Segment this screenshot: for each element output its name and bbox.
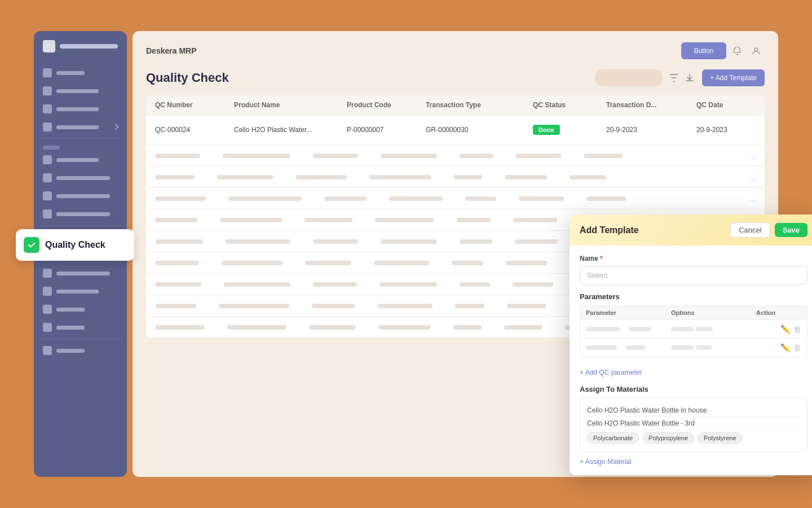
sidebar-icon-4 [43, 122, 52, 132]
mrp-label [43, 146, 60, 150]
skel [226, 239, 290, 244]
assign-material-link[interactable]: + Assign Material [580, 458, 632, 466]
sidebar-icon-11 [43, 269, 52, 278]
skel [155, 196, 206, 201]
page-header: Quality Check + Add Template [146, 69, 765, 86]
add-template-button[interactable]: + Add Template [702, 69, 765, 86]
modal-body: Name * Select Parameters Parameter Optio… [570, 246, 812, 475]
sidebar-item-3[interactable] [39, 101, 121, 117]
assign-materials-section: Assign To Materials Cello H2O Plastic Wa… [580, 385, 807, 466]
param-edit-button-2[interactable]: ✏️ [780, 343, 790, 352]
sidebar-label-5 [56, 158, 99, 162]
param-edit-button-1[interactable]: ✏️ [780, 325, 790, 334]
skel [375, 218, 434, 222]
skel [381, 239, 437, 244]
cell-qc-date: 20-9-2023 [696, 126, 765, 134]
sidebar-item-11[interactable] [39, 265, 121, 281]
cell-product-code: P-00000007 [347, 126, 426, 134]
sidebar-item-7[interactable] [39, 188, 121, 204]
skel [155, 154, 200, 158]
assign-tag-polycarbonate: Polycarbonate [587, 432, 639, 444]
skel [586, 196, 626, 201]
params-table-header: Parameter Options Action [580, 305, 807, 320]
skel [222, 261, 283, 265]
assign-tags: Polycarbonate Polypropylene Polystyrene [587, 430, 800, 446]
cell-transaction-type: GR-00000030 [426, 126, 533, 134]
search-bar[interactable] [595, 69, 663, 86]
param-delete-button-1[interactable]: 🗑 [793, 325, 801, 334]
add-qc-param-link[interactable]: + Add QC parameter [580, 369, 642, 376]
skel [155, 282, 201, 287]
sidebar-item-4[interactable] [39, 119, 121, 135]
sidebar-label-14 [56, 326, 85, 330]
filter-button[interactable] [666, 70, 682, 86]
skel-dots: ... [749, 151, 756, 160]
user-button[interactable] [748, 42, 765, 59]
topbar: Deskera MRP Button [146, 42, 765, 59]
status-badge: Done [533, 125, 560, 135]
sidebar-item-5[interactable] [39, 152, 121, 168]
skel [513, 282, 553, 287]
sidebar-item-settings[interactable] [39, 343, 121, 358]
sidebar-item-1[interactable] [39, 65, 121, 81]
skel [378, 304, 433, 308]
quality-check-highlight[interactable]: Quality Check [16, 229, 134, 261]
gear-icon [43, 346, 52, 355]
skel [228, 196, 302, 201]
name-select[interactable]: Select [580, 266, 807, 284]
skel [305, 261, 351, 265]
modal-save-button[interactable]: Save [775, 223, 807, 237]
sidebar-item-12[interactable] [39, 283, 121, 299]
skeleton-row-2: ... [146, 167, 765, 188]
modal-cancel-button[interactable]: Cancel [730, 222, 770, 238]
sidebar-icon-13 [43, 305, 52, 314]
param-skel [586, 327, 620, 331]
skel [155, 325, 205, 330]
col-qc-status: QC Status [533, 101, 606, 109]
sidebar-item-2[interactable] [39, 83, 121, 99]
skel-dots: ... [749, 194, 756, 203]
sidebar-section-mrp [39, 142, 121, 151]
assign-label: Assign To Materials [580, 385, 807, 393]
skel [513, 218, 557, 222]
skel [507, 304, 546, 308]
skel [465, 196, 496, 201]
sidebar-item-6[interactable] [39, 170, 121, 186]
skel [374, 261, 429, 265]
skel [155, 175, 195, 179]
chevron-icon-4 [112, 124, 118, 130]
topbar-button[interactable]: Button [681, 42, 726, 59]
skel [309, 325, 356, 330]
sidebar-label-1 [56, 71, 85, 75]
param-skel [586, 345, 617, 350]
skel [304, 218, 352, 222]
sidebar-item-14[interactable] [39, 319, 121, 335]
param-delete-button-2[interactable]: 🗑 [793, 343, 801, 352]
sidebar-label-8 [56, 212, 110, 216]
sidebar-item-8[interactable] [39, 206, 121, 222]
sidebar-icon-12 [43, 287, 52, 296]
skel [369, 175, 431, 179]
col-product-code: Product Code [347, 101, 426, 109]
page-title: Quality Check [146, 71, 229, 85]
sidebar-icon-2 [43, 86, 52, 95]
assign-box: Cello H2O Plastic Water Bottle In house … [580, 398, 807, 452]
cell-qc-status: Done [533, 125, 606, 135]
assign-item-2: Cello H2O Plastic Water Bottle - 3rd [587, 417, 800, 430]
skel [227, 325, 286, 330]
sidebar-item-13[interactable] [39, 301, 121, 317]
param-opt-skel [671, 327, 694, 331]
table-header: QC Number Product Name Product Code Tran… [146, 95, 765, 115]
cell-qc-number: QC-000024 [155, 126, 234, 134]
col-transaction-date: Transaction D... [606, 101, 696, 109]
sidebar-icon-7 [43, 191, 52, 200]
skel [506, 261, 548, 265]
table-row[interactable]: QC-000024 Cello H2O Plastic Water... P-0… [146, 115, 765, 145]
skel [219, 304, 289, 308]
notification-button[interactable] [729, 42, 745, 59]
divider-2 [39, 225, 121, 226]
skeleton-row-3: ... [146, 188, 765, 209]
sidebar-label-12 [56, 290, 99, 294]
skel [313, 282, 357, 287]
download-button[interactable] [682, 70, 698, 86]
